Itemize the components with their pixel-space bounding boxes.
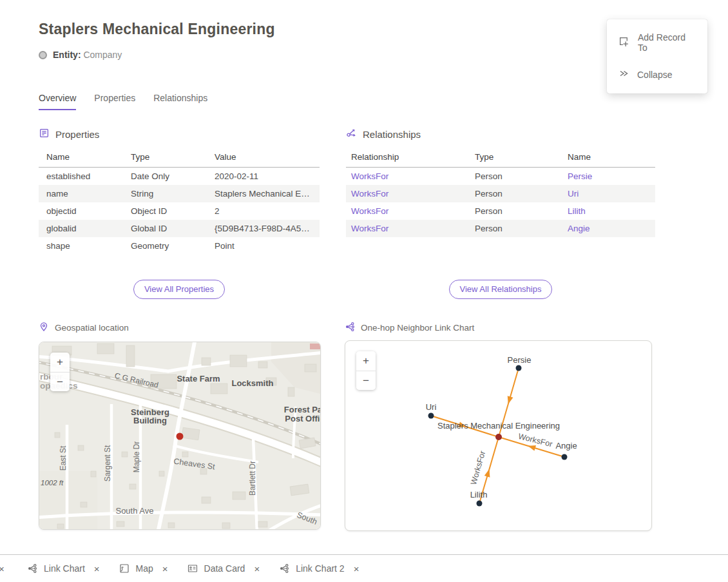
map-zoom-in-button[interactable]: + bbox=[50, 353, 70, 372]
tab-properties[interactable]: Properties bbox=[94, 93, 135, 110]
data-card-icon bbox=[187, 563, 198, 574]
relationships-section-header: Relationships bbox=[346, 128, 421, 141]
tab-relationships[interactable]: Relationships bbox=[153, 93, 207, 110]
link-chart-section-title: One-hop Neighbor Link Chart bbox=[361, 323, 474, 333]
relationship-row-uri: WorksForPersonUri bbox=[346, 185, 655, 202]
property-cell: Date Only bbox=[131, 168, 215, 186]
relationship-row-angie: WorksForPersonAngie bbox=[346, 220, 655, 237]
node-persie[interactable] bbox=[516, 365, 522, 371]
workspace-tab-link-chart-2[interactable]: Link Chart 2× bbox=[279, 563, 359, 574]
link-chart-icon bbox=[279, 563, 289, 574]
entity-type-dot bbox=[39, 51, 47, 59]
clipped-tab-close-icon[interactable]: × bbox=[0, 563, 8, 574]
view-all-properties-button[interactable]: View All Properties bbox=[133, 280, 225, 299]
properties-section-header: Properties bbox=[39, 128, 99, 141]
view-all-relationships-button[interactable]: View All Relationships bbox=[449, 280, 553, 299]
property-cell: {5D9B4713-F98D-4A53-... bbox=[215, 220, 320, 237]
property-cell: Object ID bbox=[131, 202, 215, 220]
entity-value: Company bbox=[83, 50, 122, 60]
tab-close-icon[interactable]: × bbox=[94, 563, 100, 574]
col-name: Name bbox=[39, 148, 131, 168]
entity-label: Entity: Company bbox=[53, 50, 122, 60]
related-entity-link[interactable]: Uri bbox=[568, 185, 655, 202]
node-company[interactable] bbox=[495, 434, 502, 440]
related-entity-link[interactable]: Persie bbox=[568, 168, 655, 186]
menu-item-add-record-to[interactable]: Add Record To bbox=[607, 24, 707, 61]
property-row-objectid: objectidObject ID2 bbox=[39, 202, 320, 220]
col-name: Name bbox=[568, 148, 655, 168]
map-label: Bartlett Dr bbox=[248, 461, 257, 496]
relationships-table-header: Relationship Type Name bbox=[346, 148, 655, 168]
menu-item-label: Collapse bbox=[637, 70, 672, 80]
tab-close-icon[interactable]: × bbox=[162, 563, 168, 574]
node-label-persie: Persie bbox=[508, 355, 532, 365]
workspace-tab-link-chart[interactable]: Link Chart× bbox=[27, 563, 100, 574]
link-chart-section-header: One-hop Neighbor Link Chart bbox=[345, 322, 474, 334]
node-label-uri: Uri bbox=[426, 402, 437, 412]
tab-close-icon[interactable]: × bbox=[354, 563, 359, 574]
add-record-icon bbox=[618, 36, 629, 49]
data-card-page: Staplers Mechanical Engineering Entity: … bbox=[0, 0, 728, 582]
workspace-tab-map[interactable]: Map× bbox=[119, 563, 168, 574]
node-label-company: Staplers Mechanical Engineering bbox=[437, 421, 560, 431]
col-type: Type bbox=[131, 148, 215, 168]
relationship-link[interactable]: WorksFor bbox=[346, 202, 475, 220]
workspace-tab-label: Link Chart 2 bbox=[296, 563, 344, 574]
related-entity-link[interactable]: Lilith bbox=[568, 202, 655, 220]
relationship-row-lilith: WorksForPersonLilith bbox=[346, 202, 655, 220]
property-cell: String bbox=[131, 185, 215, 202]
map-label: Sargent St bbox=[103, 445, 112, 481]
link-chart-canvas[interactable]: WorksForWorksForStaplers Mechanical Engi… bbox=[345, 341, 651, 530]
node-uri[interactable] bbox=[428, 413, 434, 419]
link-chart-zoom-control: + − bbox=[356, 351, 376, 390]
map-label: Post Offic bbox=[285, 414, 320, 423]
map-label: South Ave bbox=[115, 506, 153, 516]
detail-tabs: OverviewPropertiesRelationships bbox=[39, 93, 207, 110]
relationship-link[interactable]: WorksFor bbox=[346, 185, 475, 202]
link-chart-icon bbox=[27, 563, 37, 574]
map-label: State Farm bbox=[177, 374, 220, 383]
map-label: 1002 ft bbox=[41, 479, 64, 487]
relationship-type: Person bbox=[475, 202, 568, 220]
workspace-tab-bar: × Link Chart× Map× Data Card× Link Chart… bbox=[0, 554, 728, 582]
menu-item-label: Add Record To bbox=[638, 32, 696, 53]
map-label: Building bbox=[133, 416, 167, 425]
node-angie[interactable] bbox=[562, 454, 568, 460]
edge-arrow bbox=[528, 445, 536, 451]
property-cell: Staplers Mechanical Eng... bbox=[215, 185, 320, 202]
map-label: Locksmith bbox=[231, 378, 273, 388]
relationships-table: Relationship Type Name WorksForPersonPer… bbox=[346, 148, 655, 237]
property-cell: 2 bbox=[215, 202, 320, 220]
property-cell: globalid bbox=[39, 220, 131, 237]
node-lilith[interactable] bbox=[477, 501, 483, 507]
context-menu: Add Record To Collapse bbox=[607, 19, 707, 93]
relationship-link[interactable]: WorksFor bbox=[346, 168, 475, 186]
map-label: East St bbox=[59, 445, 68, 470]
property-row-name: nameStringStaplers Mechanical Eng... bbox=[39, 185, 320, 202]
entity-key: Entity: bbox=[53, 50, 81, 60]
location-marker[interactable] bbox=[177, 433, 184, 440]
map-pin-icon bbox=[39, 322, 49, 334]
map-zoom-out-button[interactable]: − bbox=[50, 372, 70, 391]
workspace-tab-data-card[interactable]: Data Card× bbox=[187, 563, 260, 574]
related-entity-link[interactable]: Angie bbox=[568, 220, 655, 237]
entity-row: Entity: Company bbox=[39, 50, 122, 60]
relationship-row-persie: WorksForPersonPersie bbox=[346, 168, 655, 186]
chart-zoom-in-button[interactable]: + bbox=[356, 351, 376, 371]
property-cell: objectid bbox=[39, 202, 131, 220]
relationship-link[interactable]: WorksFor bbox=[346, 220, 475, 237]
property-cell: shape bbox=[39, 237, 131, 255]
map-icon bbox=[119, 563, 129, 574]
tab-close-icon[interactable]: × bbox=[254, 563, 260, 574]
chart-zoom-out-button[interactable]: − bbox=[356, 371, 376, 390]
link-chart-panel: WorksForWorksForStaplers Mechanical Engi… bbox=[345, 340, 652, 531]
map-canvas[interactable]: rbouropaedicsC G RailroadState FarmLocks… bbox=[39, 342, 320, 529]
menu-item-collapse[interactable]: Collapse bbox=[607, 61, 707, 88]
geospatial-section-header: Geospatial location bbox=[39, 322, 129, 334]
relationships-section-title: Relationships bbox=[363, 129, 421, 140]
tab-overview[interactable]: Overview bbox=[39, 93, 76, 110]
edge-arrow bbox=[484, 469, 490, 478]
map-panel: rbouropaedicsC G RailroadState FarmLocks… bbox=[39, 342, 321, 530]
property-row-shape: shapeGeometryPoint bbox=[39, 237, 320, 255]
relationship-type: Person bbox=[475, 220, 568, 237]
